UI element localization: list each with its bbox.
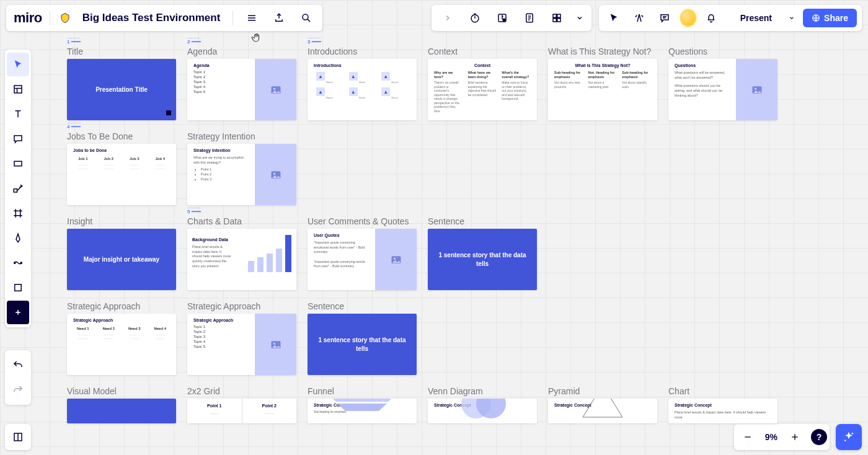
slide-label: User Comments & Quotes — [308, 216, 417, 226]
templates-tool[interactable] — [7, 77, 29, 101]
slide[interactable]: Major insight or takeaway — [67, 229, 176, 290]
user-avatar[interactable] — [680, 9, 696, 27]
miro-logo[interactable]: miro — [14, 10, 42, 26]
apps-icon[interactable] — [546, 7, 568, 29]
slides-area[interactable]: 1 ━━━ Title Presentation Title 2 ━━━ Age… — [67, 46, 856, 435]
svg-rect-27 — [14, 189, 17, 192]
frames-panel-button[interactable] — [5, 424, 31, 450]
timer-icon[interactable] — [464, 7, 486, 29]
slide[interactable]: Background DataPlace brief results & imp… — [187, 229, 296, 290]
undo-button[interactable] — [7, 353, 29, 377]
slide[interactable]: Strategic ApproachTopic 1Topic 2Topic 3T… — [187, 314, 296, 375]
comment-tool[interactable] — [7, 276, 29, 299]
shield-icon[interactable] — [58, 11, 73, 25]
svg-point-48 — [393, 257, 395, 259]
top-center-bar — [432, 5, 591, 31]
menu-icon[interactable] — [241, 7, 263, 29]
slide-label: 2x2 Grid — [187, 386, 296, 396]
slide-label: Agenda — [187, 46, 296, 56]
slide[interactable]: What is This Strategy Not?Sub-heading fo… — [548, 59, 657, 120]
present-button[interactable]: Present — [732, 9, 781, 27]
cursor-select-icon[interactable] — [604, 7, 624, 29]
redo-button[interactable] — [7, 378, 29, 402]
svg-point-40 — [844, 440, 846, 442]
more-tools[interactable] — [7, 251, 29, 275]
slide[interactable]: QuestionsWhat questions will be answered… — [668, 59, 777, 120]
slide[interactable]: Jobs to be DoneJob 1— — —— — —Job 2— — —… — [67, 144, 176, 205]
svg-point-46 — [273, 172, 275, 174]
svg-rect-17 — [557, 19, 560, 22]
divider — [232, 11, 233, 25]
slide-label: Venn Diagram — [428, 386, 537, 396]
slide[interactable] — [67, 399, 176, 423]
slide-label: Insight — [67, 216, 176, 226]
slide[interactable]: Presentation Title — [67, 59, 176, 120]
slide[interactable]: Strategic Concept — [428, 399, 537, 423]
svg-line-4 — [308, 19, 310, 22]
svg-point-3 — [303, 14, 308, 20]
add-tool[interactable]: ＋ — [7, 301, 29, 324]
svg-point-44 — [754, 87, 756, 89]
notes-icon[interactable] — [518, 7, 541, 29]
search-icon[interactable] — [295, 7, 317, 29]
slide-label: Title — [67, 46, 176, 56]
svg-point-42 — [273, 87, 275, 89]
slide-label: Context — [428, 46, 537, 56]
slide-label: Introductions — [308, 46, 417, 56]
slide-label: Funnel — [308, 386, 417, 396]
slide[interactable]: Strategic Concept — [548, 399, 657, 423]
svg-point-50 — [273, 342, 275, 344]
slide[interactable]: Strategic ConceptPlace brief results & i… — [668, 399, 777, 423]
shapes-tool[interactable] — [7, 152, 29, 175]
sticky-note-tool[interactable] — [7, 127, 29, 151]
comments-icon[interactable] — [655, 7, 675, 29]
svg-point-32 — [14, 262, 16, 263]
pen-tool[interactable] — [7, 226, 29, 250]
export-icon[interactable] — [268, 7, 290, 29]
slide-label: Strategic Approach — [187, 301, 296, 311]
svg-point-33 — [20, 262, 22, 263]
slide[interactable]: Point 1— — —Point 2— — — — [187, 399, 296, 423]
slide-label: Jobs To Be Done — [67, 131, 176, 141]
reactions-icon[interactable] — [629, 7, 650, 29]
slide[interactable]: Strategy IntentionWhat are we trying to … — [187, 144, 296, 205]
slide[interactable]: Strategic ConceptSub-heading for emphasi… — [308, 399, 417, 423]
slide-label: Strategic Approach — [67, 301, 176, 311]
slide[interactable]: ContextWhy are we here?There's an overal… — [428, 59, 537, 120]
slide[interactable]: Strategic ApproachNeed 1— — —— — —Need 2… — [67, 314, 176, 375]
svg-rect-16 — [553, 19, 556, 22]
slide-label: Sentence — [428, 216, 537, 226]
notifications-icon[interactable] — [701, 7, 722, 29]
apps-more-chevron[interactable] — [573, 7, 587, 29]
share-button[interactable]: Share — [803, 9, 857, 27]
svg-marker-52 — [337, 404, 387, 411]
svg-rect-15 — [557, 14, 560, 17]
select-tool[interactable] — [7, 53, 29, 76]
slide[interactable]: User Quotes"Important quote conveying em… — [308, 229, 417, 290]
globe-icon — [812, 14, 820, 22]
text-tool[interactable] — [7, 102, 29, 126]
slide[interactable]: Introductions▲Name▲Name▲Name▲Name▲Name▲N… — [308, 59, 417, 120]
slide-label: Visual Model — [67, 386, 176, 396]
collapse-icon[interactable] — [436, 7, 459, 29]
slide[interactable]: 1 sentence story that the data tells — [428, 229, 537, 290]
top-right-bar: Present Share — [599, 5, 862, 31]
left-toolbar: ＋ — [5, 50, 31, 327]
frame-tool[interactable] — [7, 201, 29, 225]
top-left-bar: miro Big Ideas Test Environment — [6, 5, 322, 31]
slide[interactable]: 1 sentence story that the data tells — [308, 314, 417, 375]
svg-rect-14 — [553, 14, 556, 17]
voting-icon[interactable] — [491, 7, 513, 29]
svg-point-9 — [503, 19, 505, 21]
slide-label: Questions — [668, 46, 777, 56]
svg-marker-51 — [326, 399, 398, 402]
slide-label: Charts & Data — [187, 216, 296, 226]
slide-label: Sentence — [308, 301, 417, 311]
connection-tool[interactable] — [7, 177, 29, 200]
divider — [50, 11, 50, 25]
slide-label: Chart — [668, 386, 777, 396]
present-dropdown[interactable] — [786, 15, 798, 21]
svg-marker-55 — [583, 399, 622, 417]
slide[interactable]: AgendaTopic 1Topic 2Topic 3Topic 4Topic … — [187, 59, 296, 120]
board-title[interactable]: Big Ideas Test Environment — [78, 12, 226, 24]
